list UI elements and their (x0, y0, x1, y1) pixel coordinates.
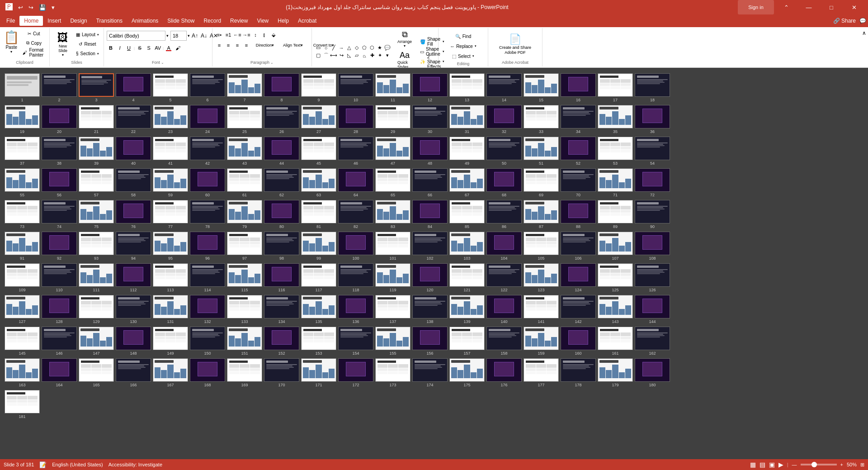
slide-item-64[interactable]: 64 (338, 168, 373, 197)
slide-item-21[interactable]: 21 (79, 105, 114, 134)
menu-design[interactable]: Design (66, 16, 91, 26)
slide-item-24[interactable]: 24 (190, 105, 225, 134)
slide-item-110[interactable]: 110 (42, 263, 77, 292)
slide-item-94[interactable]: 94 (116, 232, 151, 261)
slide-item-59[interactable]: 59 (153, 168, 188, 197)
customize-button[interactable]: ▾ (50, 2, 57, 13)
slide-item-131[interactable]: 131 (153, 295, 188, 324)
slide-item-98[interactable]: 98 (264, 232, 299, 261)
slide-item-53[interactable]: 53 (598, 137, 633, 166)
slide-item-176[interactable]: 176 (486, 358, 522, 387)
slide-item-81[interactable]: 81 (301, 200, 336, 229)
slide-item-56[interactable]: 56 (42, 168, 77, 197)
slide-item-124[interactable]: 124 (561, 263, 596, 292)
shape-callout[interactable]: 💬 (384, 44, 391, 52)
justify-button[interactable]: ≡ (242, 41, 250, 49)
slide-item-112[interactable]: 112 (116, 263, 151, 292)
slide-item-139[interactable]: 139 (449, 295, 485, 324)
slide-item-151[interactable]: 151 (227, 327, 262, 356)
shape-ellipse[interactable]: ○ (322, 44, 330, 52)
slide-item-80[interactable]: 80 (264, 200, 299, 229)
slide-item-35[interactable]: 35 (598, 105, 633, 134)
slide-item-52[interactable]: 52 (561, 137, 596, 166)
slide-item-28[interactable]: 28 (338, 105, 373, 134)
slide-item-41[interactable]: 41 (153, 137, 188, 166)
replace-button[interactable]: ↔ Replace ▾ (441, 42, 485, 51)
find-button[interactable]: 🔍 Find (441, 32, 485, 41)
slide-item-75[interactable]: 75 (79, 200, 114, 229)
shape-curved-line[interactable]: ⌒ (322, 52, 330, 59)
slide-item-7[interactable]: 7 (227, 73, 262, 102)
slide-item-86[interactable]: 86 (486, 200, 522, 229)
share-button[interactable]: 🔗 Share (833, 18, 856, 24)
create-share-pdf-button[interactable]: 📄 Create and ShareAdobe PDF (495, 31, 535, 58)
slide-item-58[interactable]: 58 (116, 168, 151, 197)
slide-item-93[interactable]: 93 (79, 232, 114, 261)
shape-connector[interactable]: ⟷ (330, 52, 337, 59)
slide-item-17[interactable]: 17 (598, 73, 633, 102)
slide-item-60[interactable]: 60 (190, 168, 225, 197)
redo-button[interactable]: ↪ (27, 2, 35, 13)
slide-item-43[interactable]: 43 (227, 137, 262, 166)
slide-item-39[interactable]: 39 (79, 137, 114, 166)
shadow-button[interactable]: S (145, 44, 153, 52)
slide-item-88[interactable]: 88 (561, 200, 596, 229)
zoom-out-button[interactable]: — (792, 462, 797, 467)
slide-item-152[interactable]: 152 (264, 327, 299, 356)
slide-item-101[interactable]: 101 (375, 232, 410, 261)
font-expand-icon[interactable]: ⌄ (161, 61, 164, 65)
quick-styles-button[interactable]: Aa Quick Styles ▾ (395, 50, 415, 68)
align-left-button[interactable]: ≡ (215, 41, 223, 49)
menu-help[interactable]: Help (273, 16, 293, 26)
shape-parallelogram[interactable]: ▱ (353, 52, 360, 59)
slide-item-20[interactable]: 20 (42, 105, 77, 134)
slide-item-113[interactable]: 113 (153, 263, 188, 292)
slide-item-115[interactable]: 115 (227, 263, 262, 292)
slide-item-127[interactable]: 127 (5, 295, 40, 324)
italic-button[interactable]: I (116, 44, 124, 52)
ribbon-display-button[interactable]: ⌃ (776, 0, 797, 14)
slide-item-170[interactable]: 170 (264, 358, 299, 387)
slide-item-84[interactable]: 84 (412, 200, 448, 229)
slide-item-144[interactable]: 144 (635, 295, 670, 324)
slide-item-32[interactable]: 32 (486, 105, 522, 134)
decrease-indent-button[interactable]: ←≡ (233, 31, 241, 39)
slide-item-116[interactable]: 116 (264, 263, 299, 292)
slide-item-42[interactable]: 42 (190, 137, 225, 166)
slide-item-33[interactable]: 33 (524, 105, 559, 134)
slide-item-119[interactable]: 119 (375, 263, 410, 292)
slide-item-97[interactable]: 97 (227, 232, 262, 261)
slide-item-169[interactable]: 169 (227, 358, 262, 387)
slide-item-45[interactable]: 45 (301, 137, 336, 166)
select-button[interactable]: ⬚ Select ▾ (441, 52, 485, 61)
slide-item-68[interactable]: 68 (486, 168, 522, 197)
slide-item-148[interactable]: 148 (116, 327, 151, 356)
slide-item-114[interactable]: 114 (190, 263, 225, 292)
shape-hexagon[interactable]: ⬡ (368, 44, 376, 52)
arrange-dropdown-icon[interactable]: ▾ (404, 44, 406, 48)
slide-item-159[interactable]: 159 (524, 327, 559, 356)
menu-animations[interactable]: Animations (127, 16, 163, 26)
slide-item-149[interactable]: 149 (153, 327, 188, 356)
slide-item-104[interactable]: 104 (486, 232, 522, 261)
slide-item-82[interactable]: 82 (338, 200, 373, 229)
shape-burst[interactable]: ✦ (376, 52, 383, 59)
slide-item-154[interactable]: 154 (338, 327, 373, 356)
view-presentation-button[interactable]: ▶ (778, 461, 783, 468)
slide-item-147[interactable]: 147 (79, 327, 114, 356)
slide-item-160[interactable]: 160 (561, 327, 596, 356)
slide-item-72[interactable]: 72 (635, 168, 670, 197)
slide-item-85[interactable]: 85 (449, 200, 485, 229)
slide-item-163[interactable]: 163 (5, 358, 40, 387)
slide-item-166[interactable]: 166 (116, 358, 151, 387)
slide-item-122[interactable]: 122 (486, 263, 522, 292)
slide-item-57[interactable]: 57 (79, 168, 114, 197)
slide-item-132[interactable]: 132 (190, 295, 225, 324)
slide-item-108[interactable]: 108 (635, 232, 670, 261)
menu-file[interactable]: File (2, 16, 19, 26)
slide-item-13[interactable]: 13 (449, 73, 485, 102)
slide-item-178[interactable]: 178 (561, 358, 596, 387)
replace-dropdown-icon[interactable]: ▾ (475, 44, 476, 48)
copy-button[interactable]: ⧉ Copy (21, 38, 47, 47)
slide-item-4[interactable]: 4 (116, 73, 151, 102)
